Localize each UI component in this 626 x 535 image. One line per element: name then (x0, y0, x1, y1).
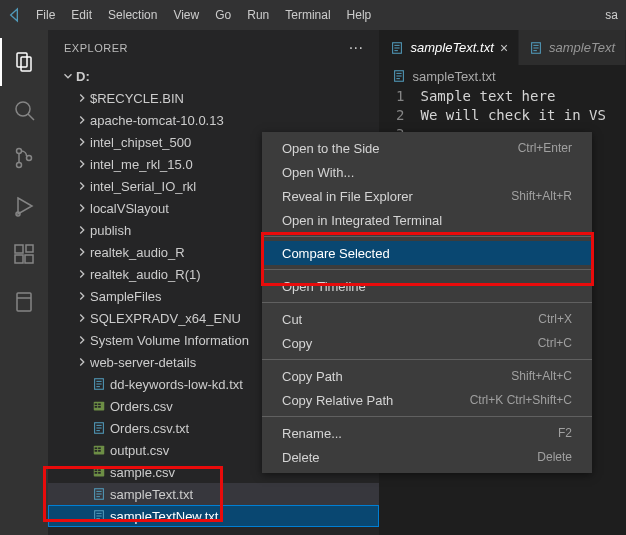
menu-selection[interactable]: Selection (100, 0, 165, 30)
context-menu-separator (262, 236, 592, 237)
menu-view[interactable]: View (165, 0, 207, 30)
context-menu-shortcut: Ctrl+C (538, 336, 572, 350)
svg-rect-20 (95, 403, 98, 405)
context-menu-separator (262, 416, 592, 417)
chevron-right-icon (74, 135, 90, 149)
explorer-title: EXPLORER (64, 42, 128, 54)
context-menu-item[interactable]: Open Timeline (262, 274, 592, 298)
svg-rect-1 (21, 57, 31, 71)
context-menu-item[interactable]: CopyCtrl+C (262, 331, 592, 355)
chevron-right-icon (74, 223, 90, 237)
source-control-activity-icon[interactable] (0, 134, 48, 182)
context-menu-item[interactable]: Copy PathShift+Alt+C (262, 364, 592, 388)
context-menu-label: Reveal in File Explorer (282, 189, 413, 204)
menu-terminal[interactable]: Terminal (277, 0, 338, 30)
context-menu-shortcut: F2 (558, 426, 572, 440)
tree-item-label: SampleFiles (90, 289, 162, 304)
context-menu-item[interactable]: Reveal in File ExplorerShift+Alt+R (262, 184, 592, 208)
search-activity-icon[interactable] (0, 86, 48, 134)
chevron-right-icon (74, 311, 90, 325)
tree-item-label: intel_chipset_500 (90, 135, 191, 150)
tree-item[interactable]: $RECYCLE.BIN (48, 87, 379, 109)
menu-edit[interactable]: Edit (63, 0, 100, 30)
tree-item-label: sampleTextNew.txt (110, 509, 218, 524)
menu-file[interactable]: File (28, 0, 63, 30)
tree-item-label: SQLEXPRADV_x64_ENU (90, 311, 241, 326)
csv-file-icon (90, 443, 108, 457)
svg-rect-32 (98, 450, 101, 452)
run-debug-activity-icon[interactable] (0, 182, 48, 230)
file-icon (529, 41, 543, 55)
tree-item[interactable]: sampleTextNew.txt (48, 505, 379, 527)
editor-tabs: sampleText.txt×sampleText (380, 30, 626, 65)
close-icon[interactable]: × (500, 40, 508, 56)
editor-tab[interactable]: sampleText.txt× (380, 30, 519, 65)
tree-item-label: sample.csv (110, 465, 175, 480)
tree-root-label: D: (76, 69, 90, 84)
context-menu-label: Rename... (282, 426, 342, 441)
context-menu-item[interactable]: Copy Relative PathCtrl+K Ctrl+Shift+C (262, 388, 592, 412)
svg-rect-23 (98, 406, 101, 408)
svg-rect-0 (17, 53, 27, 67)
context-menu-label: Delete (282, 450, 320, 465)
context-menu-shortcut: Delete (537, 450, 572, 464)
notebook-activity-icon[interactable] (0, 278, 48, 326)
chevron-right-icon (74, 157, 90, 171)
svg-rect-36 (95, 472, 98, 474)
context-menu-label: Copy Path (282, 369, 343, 384)
menu-run[interactable]: Run (239, 0, 277, 30)
tab-label: sampleText.txt (410, 40, 493, 55)
context-menu-label: Open Timeline (282, 279, 366, 294)
chevron-right-icon (74, 91, 90, 105)
tree-item[interactable]: apache-tomcat-10.0.13 (48, 109, 379, 131)
tree-item-label: realtek_audio_R (90, 245, 185, 260)
svg-rect-12 (26, 245, 33, 252)
svg-rect-31 (95, 450, 98, 452)
context-menu-item[interactable]: CutCtrl+X (262, 307, 592, 331)
context-menu-item[interactable]: DeleteDelete (262, 445, 592, 469)
txt-file-icon (90, 487, 108, 501)
context-menu-item[interactable]: Rename...F2 (262, 421, 592, 445)
tree-root[interactable]: D: (48, 65, 379, 87)
context-menu-item[interactable]: Compare Selected (262, 241, 592, 265)
context-menu-separator (262, 302, 592, 303)
editor-tab[interactable]: sampleText (519, 30, 626, 65)
context-menu-label: Copy (282, 336, 312, 351)
tree-item[interactable]: sampleText.txt (48, 483, 379, 505)
context-menu-item[interactable]: Open With... (262, 160, 592, 184)
code-line[interactable]: We will check it in VS (420, 106, 605, 125)
svg-rect-21 (98, 403, 101, 405)
tree-item-label: realtek_audio_R(1) (90, 267, 201, 282)
tree-item-label: intel_Serial_IO_rkl (90, 179, 196, 194)
context-menu-label: Open in Integrated Terminal (282, 213, 442, 228)
context-menu-item[interactable]: Open to the SideCtrl+Enter (262, 136, 592, 160)
context-menu-label: Cut (282, 312, 302, 327)
context-menu-shortcut: Shift+Alt+R (511, 189, 572, 203)
menubar: FileEditSelectionViewGoRunTerminalHelp s… (0, 0, 626, 30)
chevron-right-icon (74, 289, 90, 303)
explorer-activity-icon[interactable] (0, 38, 48, 86)
svg-point-5 (17, 163, 22, 168)
tab-label: sampleText (549, 40, 615, 55)
explorer-header: EXPLORER ··· (48, 30, 379, 65)
chevron-right-icon (74, 333, 90, 347)
explorer-more-icon[interactable]: ··· (349, 40, 364, 56)
menu-go[interactable]: Go (207, 0, 239, 30)
svg-rect-29 (95, 447, 98, 449)
menu-help[interactable]: Help (339, 0, 380, 30)
activity-bar (0, 30, 48, 535)
breadcrumb[interactable]: sampleText.txt (380, 65, 626, 87)
chevron-down-icon (60, 69, 76, 83)
context-menu-item[interactable]: Open in Integrated Terminal (262, 208, 592, 232)
context-menu-label: Compare Selected (282, 246, 390, 261)
svg-point-6 (27, 156, 32, 161)
chevron-right-icon (74, 179, 90, 193)
tree-item-label: Orders.csv.txt (110, 421, 189, 436)
window-title-truncated: sa (601, 8, 622, 22)
chevron-right-icon (74, 201, 90, 215)
code-line[interactable]: Sample text here (420, 87, 605, 106)
svg-rect-34 (95, 469, 98, 471)
svg-point-4 (17, 149, 22, 154)
context-menu-label: Copy Relative Path (282, 393, 393, 408)
extensions-activity-icon[interactable] (0, 230, 48, 278)
